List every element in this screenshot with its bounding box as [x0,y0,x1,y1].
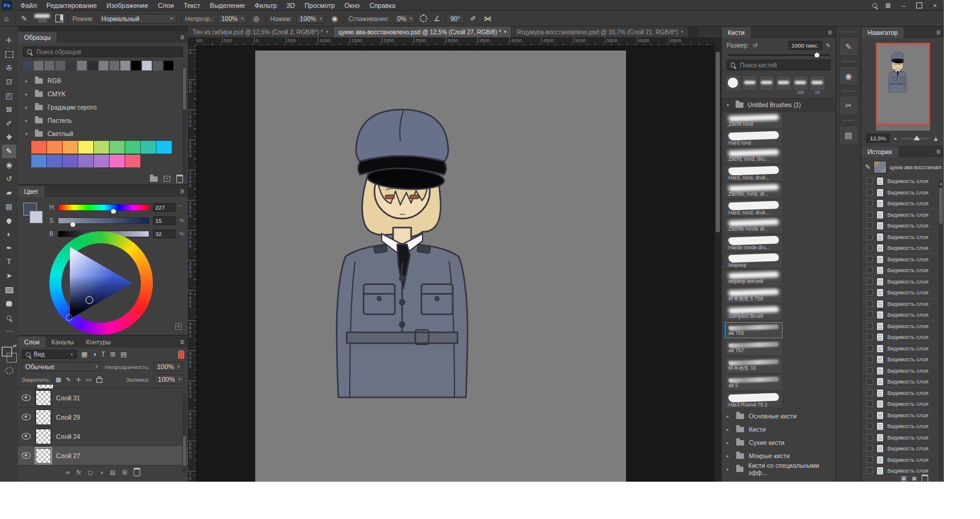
document-tab[interactable]: Ятцумура-восстановлено.psd @ 16,7% (Слой… [512,26,689,37]
background-color[interactable] [7,353,17,362]
swatch-search[interactable] [23,46,183,57]
swatch[interactable] [63,155,78,167]
blend-mode-dropdown[interactable]: Нормальный ▾ [98,14,176,23]
hand-tool[interactable] [2,297,16,311]
smoothing-dropdown[interactable]: 0% ▾ [394,14,416,23]
history-source-checkbox[interactable] [866,345,873,352]
history-source-checkbox[interactable] [866,390,873,396]
swatch[interactable] [34,61,43,70]
toggle-brush-panel-icon[interactable] [55,14,63,22]
history-state-row[interactable]: Видимость слоя [861,299,944,310]
menu-item[interactable]: Редактирование [42,1,102,10]
swatches-scrollbar[interactable] [182,65,187,177]
brush-tool[interactable]: ✎ [2,145,16,158]
lock-artboard-icon[interactable]: ▭ [85,376,91,383]
swatch[interactable] [78,155,93,167]
swatch-group-expanded[interactable]: ▾ Светлый [18,127,188,140]
canvas-area[interactable]: 1000500050010001500200025003000350040004… [188,37,714,482]
workspace-icon[interactable]: ▦ [885,2,891,8]
adjustment-layer-icon[interactable]: ◑ [99,469,103,476]
saturation-value[interactable]: 15 [153,216,176,225]
brush-search-input[interactable] [739,61,826,69]
type-tool[interactable]: T [2,255,16,269]
chevron-right-icon[interactable]: ▸ [25,92,30,97]
delete-icon[interactable] [176,175,183,183]
new-swatch-icon[interactable]: + [164,176,170,182]
chevron-right-icon[interactable]: ▸ [727,440,731,446]
swatch-search-input[interactable] [36,48,179,56]
lock-all-icon[interactable] [96,378,102,383]
airbrush-icon[interactable]: ✐ [468,14,478,23]
lasso-tool[interactable]: ✇ [2,61,16,75]
brush-preset[interactable]: Маркер [725,252,783,269]
recent-brush[interactable]: 200 [793,75,808,91]
history-source-checkbox[interactable] [866,323,873,329]
panel-menu-icon[interactable]: ≡ [180,33,184,42]
lock-pixels-icon[interactable]: ✎ [66,376,71,383]
history-source-checkbox[interactable] [866,300,873,307]
swatch[interactable] [120,61,130,70]
document-viewport[interactable] [196,46,714,482]
chevron-right-icon[interactable]: ▸ [25,105,30,110]
filter-pixel-icon[interactable]: ▦ [81,350,87,358]
document-tab[interactable]: цуюю ава-восстановлено.psd @ 12,5% (Слой… [333,26,512,37]
history-snapshot-row[interactable]: ✎ цуюю ава восстановлено.psd [861,157,944,176]
history-state-row[interactable]: Видимость слоя [861,265,944,276]
delete-layer-icon[interactable] [134,468,140,476]
brush-preset[interactable]: Hard, rond, druk... [725,165,783,181]
add-to-swatches-icon[interactable]: + [175,323,182,330]
history-source-checkbox[interactable] [866,178,873,184]
history-source-checkbox[interactable] [866,200,873,207]
history-source-checkbox[interactable] [866,189,873,196]
brightness-value[interactable]: 32 [153,229,176,238]
history-state-row[interactable]: Видимость слоя [861,455,944,466]
document-tab[interactable]: Тян из сибири.psd @ 12,5% (Слой 2, RGB/8… [188,26,333,37]
layer-visibility-eye-icon[interactable] [22,433,31,440]
panel-menu-icon[interactable]: ≡ [936,148,940,156]
zoom-tool[interactable] [2,311,16,325]
swatch[interactable] [141,141,156,154]
history-brush-tool[interactable]: ↺ [2,172,16,186]
swatch[interactable] [94,155,109,167]
history-state-row[interactable]: Видимость слоя [861,376,944,388]
shape-tool[interactable] [2,283,16,297]
swatch[interactable] [125,141,140,154]
layer-name[interactable]: Слой 29 [56,414,80,421]
brush-search[interactable] [727,60,831,70]
history-state-row[interactable]: Видимость слоя [861,421,944,432]
quick-mask-toggle[interactable] [2,364,16,378]
navigator-zoom-slider[interactable] [901,138,929,139]
chevron-right-icon[interactable]: ▸ [727,427,731,432]
swatch-group[interactable]: ▸ RGB [18,74,188,87]
filter-type-icon[interactable]: T [101,350,105,358]
brush-group-header[interactable]: ▾ Untitled Brushes (1) [722,98,836,111]
panel-menu-icon[interactable]: ≡ [936,28,940,37]
history-source-checkbox[interactable] [866,445,873,452]
history-state-row[interactable]: Видимость слоя [861,343,944,355]
navigator-viewbox[interactable] [876,43,930,125]
move-tool[interactable]: ✛ [2,34,16,48]
snapshot-name[interactable]: цуюю ава восстановлено.psd [890,164,941,170]
brush-preset[interactable]: маркер мягкий [725,270,783,286]
layer-filter-dropdown[interactable]: Вид ▾ [22,350,77,359]
history-source-checkbox[interactable] [866,311,873,318]
chevron-right-icon[interactable]: ▸ [25,78,30,84]
brush-preset[interactable]: ав 5 [725,374,783,391]
tab-brushes[interactable]: Кисти [722,27,751,38]
layer-row[interactable]: Слой 24 [18,427,188,446]
brush-preset[interactable]: Zachte, rond, dr... [725,182,783,199]
hue-slider[interactable] [58,204,149,211]
swatch[interactable] [47,141,62,154]
navigator-thumbnail[interactable] [876,43,930,131]
swatch[interactable] [31,141,46,154]
history-source-checkbox[interactable] [866,234,873,240]
history-source-checkbox[interactable] [866,400,873,407]
menu-item[interactable]: Слои [153,1,179,10]
panel-menu-icon[interactable]: ≡ [180,187,184,196]
layer-thumbnail[interactable] [36,409,51,425]
swatch-group[interactable]: ▸ Градации серого [18,101,188,114]
pressure-size-icon[interactable]: ✎ [826,42,831,49]
swatch[interactable] [94,141,109,154]
menu-item[interactable]: Фильтр [250,1,282,10]
layers-scrollbar[interactable] [182,394,187,473]
